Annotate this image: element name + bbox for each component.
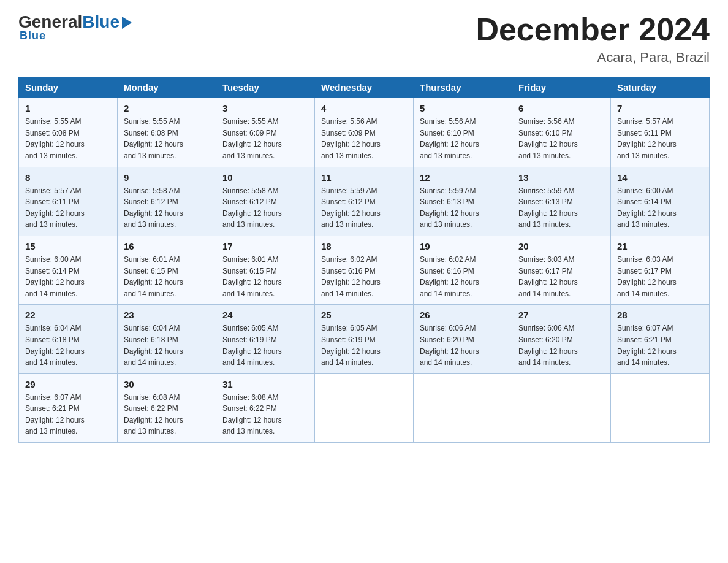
day-info: Sunrise: 6:03 AMSunset: 6:17 PMDaylight:… [617,254,703,299]
logo: General Blue Blue [18,12,132,42]
day-info: Sunrise: 6:01 AMSunset: 6:15 PMDaylight:… [124,254,210,299]
calendar-cell: 28Sunrise: 6:07 AMSunset: 6:21 PMDayligh… [611,305,710,373]
day-info: Sunrise: 6:02 AMSunset: 6:16 PMDaylight:… [420,254,506,299]
calendar-table: SundayMondayTuesdayWednesdayThursdayFrid… [18,77,710,443]
day-info: Sunrise: 5:56 AMSunset: 6:10 PMDaylight:… [420,116,506,161]
calendar-cell [611,373,710,442]
day-number: 27 [518,310,604,320]
calendar-cell: 31Sunrise: 6:08 AMSunset: 6:22 PMDayligh… [216,373,315,442]
day-number: 11 [321,172,407,183]
day-number: 29 [25,379,111,389]
day-info: Sunrise: 5:58 AMSunset: 6:12 PMDaylight:… [124,185,210,231]
calendar-subtitle: Acara, Para, Brazil [476,50,710,66]
day-number: 14 [617,172,703,183]
day-info: Sunrise: 5:59 AMSunset: 6:13 PMDaylight:… [518,185,604,231]
col-header-monday: Monday [118,77,216,98]
calendar-cell: 4Sunrise: 5:56 AMSunset: 6:09 PMDaylight… [315,98,414,167]
logo-underline-text: Blue [20,29,46,42]
day-info: Sunrise: 6:01 AMSunset: 6:15 PMDaylight:… [222,254,308,299]
day-info: Sunrise: 6:04 AMSunset: 6:18 PMDaylight:… [124,323,210,368]
calendar-week-row: 22Sunrise: 6:04 AMSunset: 6:18 PMDayligh… [19,305,710,373]
day-info: Sunrise: 6:08 AMSunset: 6:22 PMDaylight:… [124,392,210,437]
calendar-cell: 14Sunrise: 6:00 AMSunset: 6:14 PMDayligh… [611,167,710,236]
day-info: Sunrise: 6:04 AMSunset: 6:18 PMDaylight:… [25,323,111,368]
day-number: 23 [124,310,210,320]
day-number: 12 [420,172,506,183]
day-number: 22 [25,310,111,320]
day-info: Sunrise: 5:56 AMSunset: 6:09 PMDaylight:… [321,116,407,161]
day-info: Sunrise: 5:56 AMSunset: 6:10 PMDaylight:… [518,116,604,161]
day-info: Sunrise: 5:58 AMSunset: 6:12 PMDaylight:… [222,185,308,231]
day-info: Sunrise: 5:55 AMSunset: 6:08 PMDaylight:… [25,116,111,161]
calendar-cell: 7Sunrise: 5:57 AMSunset: 6:11 PMDaylight… [611,98,710,167]
calendar-cell [315,373,414,442]
page-header: General Blue Blue December 2024 Acara, P… [18,12,710,66]
calendar-cell: 20Sunrise: 6:03 AMSunset: 6:17 PMDayligh… [512,236,611,304]
calendar-cell: 25Sunrise: 6:05 AMSunset: 6:19 PMDayligh… [315,305,414,373]
day-info: Sunrise: 6:02 AMSunset: 6:16 PMDaylight:… [321,254,407,299]
col-header-friday: Friday [512,77,611,98]
day-number: 9 [124,172,210,183]
day-info: Sunrise: 5:57 AMSunset: 6:11 PMDaylight:… [617,116,703,161]
logo-triangle-icon [122,17,132,29]
day-info: Sunrise: 6:07 AMSunset: 6:21 PMDaylight:… [25,392,111,437]
day-info: Sunrise: 5:59 AMSunset: 6:13 PMDaylight:… [420,185,506,231]
calendar-cell: 10Sunrise: 5:58 AMSunset: 6:12 PMDayligh… [216,167,315,236]
day-info: Sunrise: 5:57 AMSunset: 6:11 PMDaylight:… [25,185,111,231]
calendar-cell: 13Sunrise: 5:59 AMSunset: 6:13 PMDayligh… [512,167,611,236]
calendar-title: December 2024 [476,12,710,47]
day-info: Sunrise: 6:08 AMSunset: 6:22 PMDaylight:… [222,392,308,437]
day-number: 13 [518,172,604,183]
calendar-cell: 11Sunrise: 5:59 AMSunset: 6:12 PMDayligh… [315,167,414,236]
calendar-header-row: SundayMondayTuesdayWednesdayThursdayFrid… [19,77,710,98]
day-number: 8 [25,172,111,183]
day-number: 6 [518,103,604,113]
calendar-cell: 26Sunrise: 6:06 AMSunset: 6:20 PMDayligh… [414,305,512,373]
calendar-cell: 23Sunrise: 6:04 AMSunset: 6:18 PMDayligh… [118,305,216,373]
day-number: 16 [124,241,210,251]
calendar-cell: 24Sunrise: 6:05 AMSunset: 6:19 PMDayligh… [216,305,315,373]
calendar-cell: 3Sunrise: 5:55 AMSunset: 6:09 PMDaylight… [216,98,315,167]
calendar-cell: 6Sunrise: 5:56 AMSunset: 6:10 PMDaylight… [512,98,611,167]
day-info: Sunrise: 6:07 AMSunset: 6:21 PMDaylight:… [617,323,703,368]
day-info: Sunrise: 6:06 AMSunset: 6:20 PMDaylight:… [420,323,506,368]
calendar-cell: 19Sunrise: 6:02 AMSunset: 6:16 PMDayligh… [414,236,512,304]
col-header-saturday: Saturday [611,77,710,98]
day-info: Sunrise: 5:55 AMSunset: 6:08 PMDaylight:… [124,116,210,161]
calendar-cell: 18Sunrise: 6:02 AMSunset: 6:16 PMDayligh… [315,236,414,304]
calendar-cell: 9Sunrise: 5:58 AMSunset: 6:12 PMDaylight… [118,167,216,236]
calendar-week-row: 1Sunrise: 5:55 AMSunset: 6:08 PMDaylight… [19,98,710,167]
calendar-cell: 22Sunrise: 6:04 AMSunset: 6:18 PMDayligh… [19,305,118,373]
calendar-week-row: 15Sunrise: 6:00 AMSunset: 6:14 PMDayligh… [19,236,710,304]
calendar-week-row: 8Sunrise: 5:57 AMSunset: 6:11 PMDaylight… [19,167,710,236]
calendar-cell [414,373,512,442]
day-info: Sunrise: 6:05 AMSunset: 6:19 PMDaylight:… [321,323,407,368]
day-number: 28 [617,310,703,320]
calendar-cell: 17Sunrise: 6:01 AMSunset: 6:15 PMDayligh… [216,236,315,304]
calendar-cell: 16Sunrise: 6:01 AMSunset: 6:15 PMDayligh… [118,236,216,304]
day-info: Sunrise: 6:03 AMSunset: 6:17 PMDaylight:… [518,254,604,299]
col-header-thursday: Thursday [414,77,512,98]
day-number: 20 [518,241,604,251]
day-number: 5 [420,103,506,113]
day-number: 17 [222,241,308,251]
day-info: Sunrise: 6:05 AMSunset: 6:19 PMDaylight:… [222,323,308,368]
calendar-cell: 2Sunrise: 5:55 AMSunset: 6:08 PMDaylight… [118,98,216,167]
day-info: Sunrise: 6:06 AMSunset: 6:20 PMDaylight:… [518,323,604,368]
day-number: 3 [222,103,308,113]
calendar-week-row: 29Sunrise: 6:07 AMSunset: 6:21 PMDayligh… [19,373,710,442]
day-number: 19 [420,241,506,251]
calendar-cell: 30Sunrise: 6:08 AMSunset: 6:22 PMDayligh… [118,373,216,442]
day-number: 25 [321,310,407,320]
day-number: 24 [222,310,308,320]
day-number: 31 [222,379,308,389]
col-header-tuesday: Tuesday [216,77,315,98]
day-info: Sunrise: 6:00 AMSunset: 6:14 PMDaylight:… [25,254,111,299]
day-number: 26 [420,310,506,320]
day-number: 2 [124,103,210,113]
day-number: 30 [124,379,210,389]
day-number: 18 [321,241,407,251]
calendar-cell: 5Sunrise: 5:56 AMSunset: 6:10 PMDaylight… [414,98,512,167]
day-number: 1 [25,103,111,113]
calendar-cell: 12Sunrise: 5:59 AMSunset: 6:13 PMDayligh… [414,167,512,236]
